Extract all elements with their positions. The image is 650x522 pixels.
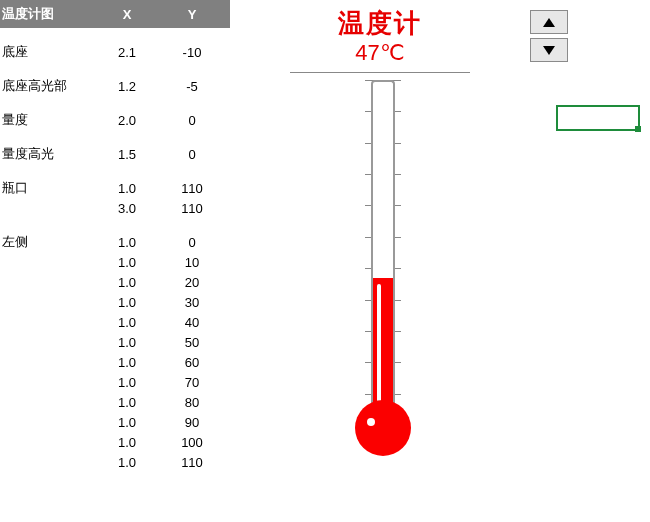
spinner-down-button[interactable] xyxy=(530,38,568,62)
row-y: 20 xyxy=(162,275,222,290)
row-y: 110 xyxy=(162,181,222,196)
row-x: 1.0 xyxy=(92,355,162,370)
table-row: 量度高光1.50 xyxy=(0,144,230,164)
row-y: 90 xyxy=(162,415,222,430)
table-row: 1.0100 xyxy=(0,432,230,452)
row-y: 110 xyxy=(162,455,222,470)
row-label: 底座 xyxy=(0,43,92,61)
chart-title: 温度计 xyxy=(230,6,530,41)
row-x: 1.5 xyxy=(92,147,162,162)
row-x: 1.0 xyxy=(92,375,162,390)
table-row: 量度2.00 xyxy=(0,110,230,130)
row-x: 1.2 xyxy=(92,79,162,94)
table-row: 1.080 xyxy=(0,392,230,412)
table-row: 1.0110 xyxy=(0,452,230,472)
row-x: 1.0 xyxy=(92,181,162,196)
row-y: 50 xyxy=(162,335,222,350)
row-x: 1.0 xyxy=(92,435,162,450)
row-x: 1.0 xyxy=(92,415,162,430)
row-x: 1.0 xyxy=(92,395,162,410)
table-row: 底座高光部1.2-5 xyxy=(0,76,230,96)
header-y: Y xyxy=(162,7,222,22)
row-x: 1.0 xyxy=(92,295,162,310)
data-table: 温度计图 X Y 底座2.1-10底座高光部1.2-5量度2.00量度高光1.5… xyxy=(0,0,230,522)
row-y: 100 xyxy=(162,435,222,450)
row-y: 0 xyxy=(162,235,222,250)
row-y: 30 xyxy=(162,295,222,310)
thermometer-panel: 温度计 47℃ xyxy=(230,0,650,522)
table-row: 左侧1.00 xyxy=(0,232,230,252)
row-y: 0 xyxy=(162,147,222,162)
value-underline xyxy=(290,72,470,73)
row-label: 底座高光部 xyxy=(0,77,92,95)
table-row: 1.030 xyxy=(0,292,230,312)
table-row: 底座2.1-10 xyxy=(0,42,230,62)
header-name: 温度计图 xyxy=(0,5,92,23)
row-x: 3.0 xyxy=(92,201,162,216)
row-x: 1.0 xyxy=(92,335,162,350)
row-y: -10 xyxy=(162,45,222,60)
table-row: 1.040 xyxy=(0,312,230,332)
header-x: X xyxy=(92,7,162,22)
table-row: 1.070 xyxy=(0,372,230,392)
table-row: 1.060 xyxy=(0,352,230,372)
table-row: 3.0110 xyxy=(0,198,230,218)
row-x: 1.0 xyxy=(92,275,162,290)
table-body: 底座2.1-10底座高光部1.2-5量度2.00量度高光1.50瓶口1.0110… xyxy=(0,28,230,486)
table-row: 瓶口1.0110 xyxy=(0,178,230,198)
table-header: 温度计图 X Y xyxy=(0,0,230,28)
row-x: 1.0 xyxy=(92,255,162,270)
row-x: 2.0 xyxy=(92,113,162,128)
row-label: 左侧 xyxy=(0,233,92,251)
row-y: 80 xyxy=(162,395,222,410)
row-label: 量度高光 xyxy=(0,145,92,163)
row-x: 2.1 xyxy=(92,45,162,60)
table-row: 1.010 xyxy=(0,252,230,272)
value-spinner xyxy=(530,10,566,66)
row-y: 60 xyxy=(162,355,222,370)
row-x: 1.0 xyxy=(92,455,162,470)
thermometer-bulb xyxy=(355,400,411,456)
chevron-up-icon xyxy=(543,18,555,27)
row-y: 70 xyxy=(162,375,222,390)
selected-cell[interactable] xyxy=(556,105,640,131)
row-y: 10 xyxy=(162,255,222,270)
chart-value: 47℃ xyxy=(230,40,530,66)
table-row: 1.050 xyxy=(0,332,230,352)
row-label: 量度 xyxy=(0,111,92,129)
row-x: 1.0 xyxy=(92,315,162,330)
thermometer xyxy=(355,80,415,500)
spinner-up-button[interactable] xyxy=(530,10,568,34)
row-x: 1.0 xyxy=(92,235,162,250)
bulb-highlight xyxy=(367,418,375,426)
table-row: 1.090 xyxy=(0,412,230,432)
row-y: 40 xyxy=(162,315,222,330)
row-y: 0 xyxy=(162,113,222,128)
chevron-down-icon xyxy=(543,46,555,55)
row-label: 瓶口 xyxy=(0,179,92,197)
row-y: 110 xyxy=(162,201,222,216)
table-row: 1.020 xyxy=(0,272,230,292)
row-y: -5 xyxy=(162,79,222,94)
thermometer-tube xyxy=(371,80,395,425)
